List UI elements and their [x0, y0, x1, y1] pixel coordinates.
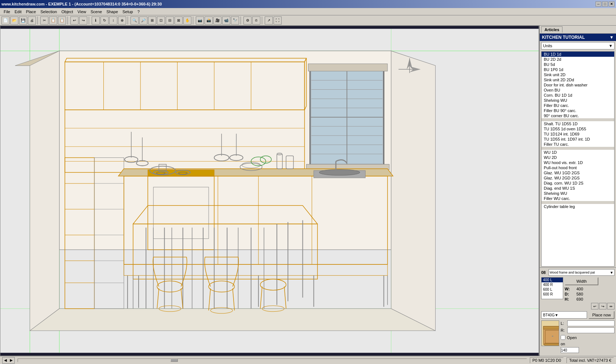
- list-item-diagend[interactable]: Diag. end WU 1S: [542, 186, 614, 191]
- width-button[interactable]: Width: [565, 277, 598, 285]
- size-400r[interactable]: 400 R: [542, 282, 563, 287]
- tb-arrow[interactable]: ↗: [265, 16, 273, 25]
- list-item-shelvingwu[interactable]: Shelving WU: [542, 98, 614, 103]
- list-item-cylinder[interactable]: Cylinder table leg: [542, 204, 614, 209]
- place-now-button[interactable]: Place now: [588, 311, 615, 319]
- menu-setup[interactable]: Setup: [120, 9, 135, 15]
- tb-undo[interactable]: ↩: [70, 16, 78, 25]
- place-dropdown-arrow-icon: ▼: [555, 313, 558, 317]
- tb-save[interactable]: 💾: [19, 16, 27, 25]
- list-item-cornbu[interactable]: Corn. BU 1D 1d: [542, 93, 614, 98]
- menu-object[interactable]: Object: [59, 9, 76, 15]
- rotate-right-button[interactable]: ↪: [599, 303, 606, 309]
- menu-scene[interactable]: Scene: [88, 9, 104, 15]
- menu-shape[interactable]: Shape: [104, 9, 120, 15]
- tb-camera4[interactable]: 📹: [222, 16, 230, 25]
- tb-snap[interactable]: ⊕: [118, 16, 126, 25]
- list-item-bu2d2d[interactable]: BU 2D 2d: [542, 57, 614, 62]
- place-dropdown[interactable]: BT40G ▼: [541, 311, 587, 319]
- close-button[interactable]: ✕: [609, 1, 615, 7]
- tb-open[interactable]: 📂: [10, 16, 18, 25]
- tb-camera1[interactable]: 📷: [196, 16, 204, 25]
- tb-rotate[interactable]: ↻: [100, 16, 109, 25]
- list-item-sink2d2dd[interactable]: Sink unit 2D 2Dd: [542, 77, 614, 82]
- nav-arrows: ◀ ▶: [2, 357, 15, 364]
- tb-redo[interactable]: ↪: [79, 16, 87, 25]
- menu-file[interactable]: File: [1, 9, 12, 15]
- size-400l[interactable]: 400 L: [542, 278, 563, 282]
- tb-pan[interactable]: ✋: [183, 16, 191, 25]
- list-item-shaltu[interactable]: Shalt. TU 1D55 1D: [542, 121, 614, 126]
- units-dropdown[interactable]: Units ▼: [541, 42, 615, 49]
- nav-prev-button[interactable]: ◀: [3, 357, 8, 363]
- size-600r[interactable]: 600 R: [542, 292, 563, 297]
- tb-new[interactable]: 📄: [1, 16, 10, 25]
- toolbar-sep-2: [67, 16, 69, 25]
- items-list[interactable]: BU 1D 1d BU 2D 2d BU 5d BU 1P0 1d Sink u…: [541, 51, 615, 267]
- menu-selection[interactable]: Selection: [38, 9, 59, 15]
- list-item-diagcorn[interactable]: Diag. corn. WU 1D 2S: [542, 181, 614, 186]
- open-checkbox[interactable]: [561, 335, 565, 340]
- category-label: KITCHEN TUTORIAL: [542, 35, 585, 40]
- list-item-fillertucrc[interactable]: Filler TU carc.: [542, 142, 614, 147]
- tb-settings1[interactable]: ⚙: [243, 16, 252, 25]
- tb-cut[interactable]: ✂: [40, 16, 48, 25]
- articles-tab[interactable]: Articles: [541, 26, 562, 33]
- list-item-wu2d[interactable]: WU 2D: [542, 155, 614, 160]
- list-item-wuhood[interactable]: WU hood vis. extr. 1D: [542, 160, 614, 165]
- material-dropdown[interactable]: Wood frame and lacquered pat ▼: [549, 269, 615, 276]
- tb-print[interactable]: 🖨: [28, 16, 36, 25]
- tb-zoom-prev[interactable]: ⊟: [166, 16, 174, 25]
- list-item-bu5d[interactable]: BU 5d: [542, 62, 614, 67]
- list-item-tu1d55int[interactable]: TU 1D55 int. 1D97 int. 1D: [542, 137, 614, 142]
- nav-next-button[interactable]: ▶: [8, 357, 14, 363]
- list-item-tu1d124[interactable]: TU 1D124 int. 1D69: [542, 131, 614, 137]
- tb-zoom-region[interactable]: ⊡: [157, 16, 165, 25]
- list-item-ovenbu[interactable]: Oven BU: [542, 88, 614, 93]
- list-item-fillerbucrc[interactable]: Filler BU carc.: [542, 103, 614, 108]
- list-item-dishwasher[interactable]: Door for int. dish washer: [542, 82, 614, 88]
- list-item-tu1d55oven[interactable]: TU 1D55 1d oven 1D55: [542, 126, 614, 131]
- viewport[interactable]: [0, 26, 539, 356]
- tb-settings2[interactable]: ⛭: [252, 16, 260, 25]
- scroll-thumb[interactable]: [170, 359, 178, 362]
- tb-flip[interactable]: ↕: [109, 16, 117, 25]
- list-item-bu1d1d[interactable]: BU 1D 1d: [542, 52, 614, 57]
- size-600l[interactable]: 600 L: [542, 287, 563, 292]
- list-item-pullout[interactable]: Pull-out hood front: [542, 165, 614, 170]
- menu-help[interactable]: ?: [135, 9, 142, 15]
- list-item-fillerbu90[interactable]: Filler BU 90° carc.: [542, 108, 614, 113]
- tb-camera2[interactable]: 📸: [205, 16, 213, 25]
- list-item-wu1d[interactable]: WU 1D: [542, 150, 614, 155]
- tb-copy[interactable]: 📋: [49, 16, 57, 25]
- on-input[interactable]: [561, 347, 579, 353]
- mirror-button[interactable]: ⇔: [607, 303, 615, 309]
- minimize-button[interactable]: ─: [595, 1, 601, 7]
- tb-zoom-fit[interactable]: ⊞: [148, 16, 156, 25]
- list-item-sink2d[interactable]: Sink unit 2D: [542, 72, 614, 77]
- list-item-shelving-wu[interactable]: Shelving WU: [542, 191, 614, 196]
- list-item-90corner[interactable]: 90° corner BU carc.: [542, 113, 614, 118]
- tb-select[interactable]: ⛶: [274, 16, 282, 25]
- tb-zoom-out[interactable]: 🔎: [139, 16, 147, 25]
- list-item-fillerwucrc[interactable]: Filler WU carc.: [542, 196, 614, 201]
- total-status: Total incl. VAT=27473 €: [566, 357, 614, 363]
- tb-camera3[interactable]: 🎥: [213, 16, 221, 25]
- menu-edit[interactable]: Edit: [12, 9, 24, 15]
- l-input[interactable]: [567, 320, 615, 326]
- list-item-glaz1gd[interactable]: Glaz. WU 1GD 2GS: [542, 170, 614, 175]
- menu-view[interactable]: View: [75, 9, 88, 15]
- tb-paste[interactable]: 📋: [58, 16, 66, 25]
- tb-info[interactable]: ℹ: [92, 16, 100, 25]
- tb-zoom-in[interactable]: 🔍: [131, 16, 139, 25]
- restore-button[interactable]: □: [602, 1, 608, 7]
- tb-zoom-next[interactable]: ⊠: [175, 16, 183, 25]
- r-input[interactable]: [567, 327, 615, 333]
- list-item-bu1p01d[interactable]: BU 1P0 1d: [542, 67, 614, 72]
- scroll-track: [18, 359, 527, 362]
- size-list[interactable]: 400 L 400 R 600 L 600 R: [541, 277, 563, 299]
- menu-place[interactable]: Place: [24, 9, 38, 15]
- tb-camera5[interactable]: 🔭: [231, 16, 239, 25]
- list-item-glaz2gd[interactable]: Glaz. WU 2GD 2GS: [542, 175, 614, 181]
- rotate-left-button[interactable]: ↩: [591, 303, 598, 309]
